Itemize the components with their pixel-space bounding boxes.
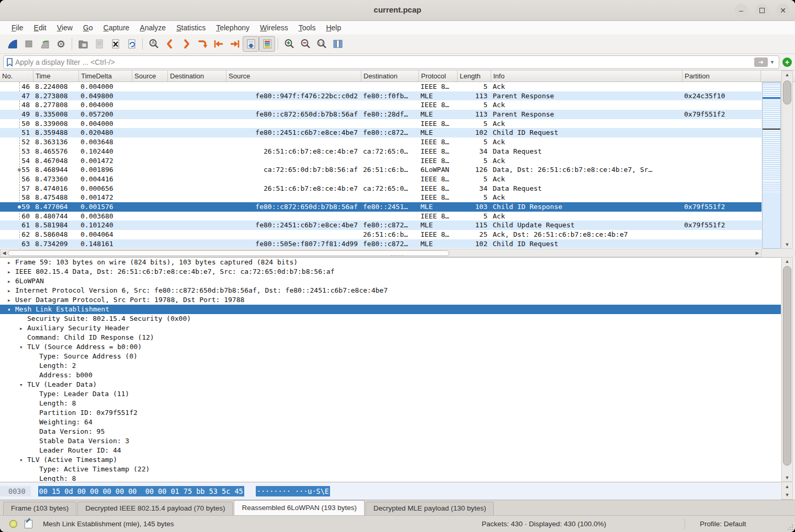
packet-row-51[interactable]: 518.3594880.020480fe80::2451:c6b7:e8ce:4… — [0, 128, 762, 137]
hex-ascii-selected[interactable]: ········ ···u·S\E — [256, 486, 330, 496]
expander-icon[interactable]: ▸ — [7, 268, 15, 277]
detail-row-5[interactable]: ▾Mesh Link Establishment — [0, 305, 781, 314]
column-header-0[interactable]: No. — [0, 71, 33, 82]
save-file-icon[interactable] — [91, 36, 107, 52]
scroll-down-icon[interactable]: ▼ — [782, 474, 792, 481]
packet-row-58[interactable]: 588.4754880.001472IEEE 8…5Ack — [0, 193, 762, 202]
packet-row-61[interactable]: 618.5819840.101240fe80::2451:c6b7:e8ce:4… — [0, 221, 762, 230]
byte-tab-2[interactable]: Reassembled 6LoWPAN (193 bytes) — [234, 500, 365, 515]
detail-row-11[interactable]: Length: 2 — [0, 361, 781, 371]
apply-filter-button[interactable]: ➜ — [754, 57, 768, 67]
open-file-icon[interactable] — [75, 36, 91, 52]
column-header-6[interactable]: Destination — [361, 71, 419, 82]
menu-file[interactable]: File — [6, 22, 29, 33]
hex-bytes-selected[interactable]: 00 15 0d 00 00 00 00 00 00 00 01 75 bb 5… — [38, 486, 244, 496]
packet-row-48[interactable]: 488.2778080.004000IEEE 8…5Ack — [0, 100, 762, 110]
capture-options-icon[interactable]: ⚙ — [53, 36, 69, 52]
packet-row-47[interactable]: 478.2738080.049800fe80::947f:f476:22bc:c… — [0, 91, 762, 101]
packet-row-53[interactable]: 538.4655760.10244026:51:c6:b7:e8:ce:4b:e… — [0, 147, 762, 156]
go-first-packet-icon[interactable] — [210, 36, 226, 52]
start-capture-icon[interactable] — [4, 36, 20, 52]
go-back-icon[interactable] — [162, 36, 178, 52]
detail-row-13[interactable]: ▾TLV (Leader Data) — [0, 380, 781, 389]
detail-row-8[interactable]: Command: Child ID Response (12) — [0, 333, 781, 342]
scroll-up-icon[interactable]: ▲ — [782, 71, 792, 78]
detail-row-0[interactable]: ▸Frame 59: 103 bytes on wire (824 bits),… — [0, 258, 781, 267]
bytes-vscroll[interactable]: ▲ ▼ — [781, 482, 793, 500]
packet-row-59[interactable]: 598.4770640.001576fe80::c872:650d:b7b8:5… — [0, 202, 762, 212]
menu-wireless[interactable]: Wireless — [255, 22, 293, 33]
intelligent-scrollbar-map[interactable] — [762, 82, 781, 249]
packet-row-46[interactable]: 468.2240080.004000IEEE 8…5Ack — [0, 82, 762, 91]
add-filter-button[interactable]: + — [782, 57, 792, 67]
expander-icon[interactable]: ▸ — [7, 286, 15, 296]
scroll-up-icon[interactable]: ▲ — [782, 258, 792, 265]
close-button[interactable]: ✕ — [776, 4, 790, 17]
detail-row-22[interactable]: Type: Active Timestamp (22) — [0, 465, 781, 474]
detail-row-4[interactable]: ▸User Datagram Protocol, Src Port: 19788… — [0, 295, 781, 305]
menu-edit[interactable]: Edit — [29, 22, 52, 33]
scroll-right-icon[interactable]: ▶ — [754, 249, 761, 257]
go-to-packet-icon[interactable] — [194, 36, 210, 52]
byte-tab-3[interactable]: Decrypted MLE payload (130 bytes) — [366, 502, 494, 515]
expander-icon[interactable]: ▸ — [19, 324, 27, 333]
detail-row-14[interactable]: Type: Leader Data (11) — [0, 389, 781, 399]
packet-row-52[interactable]: 528.3631360.003648IEEE 8…5Ack — [0, 137, 762, 147]
scroll-down-icon[interactable]: ▼ — [782, 491, 792, 499]
detail-row-6[interactable]: Security Suite: 802.15.4 Security (0x00) — [0, 314, 781, 323]
packet-row-55[interactable]: 558.4689440.001896ca:72:65:0d:b7:b8:56:a… — [0, 165, 762, 175]
menu-telephony[interactable]: Telephony — [211, 22, 255, 33]
detail-row-12[interactable]: Address: b000 — [0, 371, 781, 380]
byte-tab-0[interactable]: Frame (103 bytes) — [3, 502, 76, 515]
zoom-out-icon[interactable] — [297, 36, 313, 52]
zoom-original-icon[interactable]: 1:1 — [313, 36, 330, 52]
detail-row-2[interactable]: ▸6LoWPAN — [0, 276, 781, 286]
detail-row-15[interactable]: Length: 8 — [0, 399, 781, 408]
packet-row-57[interactable]: 578.4740160.00065626:51:c6:b7:e8:ce:4b:e… — [0, 184, 762, 193]
reload-file-icon[interactable] — [123, 36, 140, 52]
packet-row-49[interactable]: 498.3350080.057200fe80::c872:650d:b7b8:5… — [0, 110, 762, 119]
expander-icon[interactable]: ▸ — [7, 296, 15, 305]
byte-tab-1[interactable]: Decrypted IEEE 802.15.4 payload (70 byte… — [77, 502, 233, 515]
detail-row-18[interactable]: Data Version: 95 — [0, 427, 781, 436]
detail-row-16[interactable]: Partition ID: 0x79f551f2 — [0, 408, 781, 418]
stop-capture-icon[interactable] — [20, 36, 37, 52]
expander-icon[interactable]: ▾ — [19, 343, 27, 352]
column-header-1[interactable]: Time — [33, 71, 79, 82]
restart-capture-icon[interactable] — [37, 36, 53, 52]
menu-view[interactable]: View — [52, 22, 78, 33]
detail-row-7[interactable]: ▸Auxiliary Security Header — [0, 323, 781, 333]
title-bar[interactable]: current.pcap – ✕ — [0, 0, 795, 21]
column-header-10[interactable]: Partition — [683, 71, 761, 82]
packet-row-62[interactable]: 628.5860480.00406426:51:c6:b…IEEE 8…25Ac… — [0, 230, 762, 239]
status-profile[interactable]: Profile: Default — [685, 520, 795, 528]
menu-analyze[interactable]: Analyze — [134, 22, 171, 33]
close-file-icon[interactable] — [107, 36, 123, 52]
detail-row-1[interactable]: ▸IEEE 802.15.4 Data, Dst: 26:51:c6:b7:e8… — [0, 267, 781, 276]
packet-bytes[interactable]: 0030 00 15 0d 00 00 00 00 00 00 00 01 75… — [0, 482, 781, 500]
filter-bookmark-icon[interactable] — [6, 57, 14, 67]
minimize-button[interactable]: – — [734, 4, 748, 17]
menu-capture[interactable]: Capture — [98, 22, 135, 33]
menu-statistics[interactable]: Statistics — [171, 22, 211, 33]
edit-capture-comment-icon[interactable] — [25, 520, 32, 528]
expander-icon[interactable]: ▸ — [7, 258, 15, 268]
resize-grip[interactable] — [787, 524, 793, 530]
packet-row-56[interactable]: 568.4733600.004416IEEE 8…5Ack — [0, 175, 762, 184]
details-vscroll-thumb[interactable] — [783, 266, 791, 466]
detail-row-3[interactable]: ▸Internet Protocol Version 6, Src: fe80:… — [0, 286, 781, 295]
expander-icon[interactable]: ▾ — [7, 305, 15, 315]
menu-tools[interactable]: Tools — [293, 22, 321, 33]
filter-dropdown-icon[interactable]: ▼ — [770, 60, 775, 65]
column-header-4[interactable]: Destination — [168, 71, 226, 82]
display-filter-input[interactable] — [14, 57, 754, 67]
expert-info-icon[interactable] — [9, 520, 17, 528]
detail-row-20[interactable]: Leader Router ID: 44 — [0, 446, 781, 455]
expander-icon[interactable]: ▸ — [7, 277, 15, 286]
details-vscroll[interactable]: ▲ ▼ — [781, 257, 793, 482]
go-forward-icon[interactable] — [178, 36, 194, 52]
auto-scroll-icon[interactable] — [243, 36, 259, 52]
scroll-down-icon[interactable]: ▼ — [782, 241, 792, 248]
column-header-8[interactable]: Length — [458, 71, 491, 82]
expander-icon[interactable]: ▾ — [19, 380, 27, 390]
